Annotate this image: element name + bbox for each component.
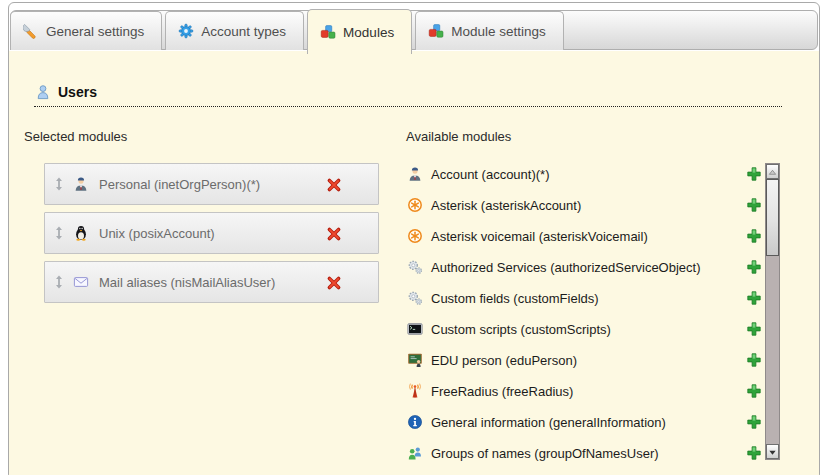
remove-module-button[interactable] bbox=[326, 275, 342, 291]
drag-handle-icon[interactable] bbox=[54, 177, 64, 191]
available-modules-heading: Available modules bbox=[406, 129, 511, 144]
available-module-row: General information (generalInformation) bbox=[407, 412, 762, 432]
available-module-row: Asterisk (asteriskAccount) bbox=[407, 195, 762, 215]
add-module-button[interactable] bbox=[746, 352, 762, 368]
available-module-label: Asterisk voicemail (asteriskVoicemail) bbox=[431, 229, 648, 244]
gear-search-icon bbox=[407, 290, 423, 306]
available-module-row: Custom fields (customFields) bbox=[407, 288, 762, 308]
add-module-button[interactable] bbox=[746, 321, 762, 337]
wrench-icon bbox=[23, 23, 39, 39]
tab-account-types[interactable]: Account types bbox=[165, 11, 304, 50]
tab-label: Modules bbox=[343, 25, 394, 40]
drag-handle-icon[interactable] bbox=[54, 226, 64, 240]
selected-module-label: Mail aliases (nisMailAliasUser) bbox=[99, 275, 275, 290]
modules-icon bbox=[428, 23, 444, 39]
antenna-icon bbox=[407, 383, 423, 399]
available-module-row: Asterisk voicemail (asteriskVoicemail) bbox=[407, 226, 762, 246]
user-icon bbox=[35, 84, 51, 100]
info-icon bbox=[407, 414, 423, 430]
available-module-label: EDU person (eduPerson) bbox=[431, 353, 577, 368]
scroll-up-button[interactable] bbox=[766, 164, 779, 179]
tab-bar: General settings Account types Modules M… bbox=[10, 10, 818, 50]
add-module-button[interactable] bbox=[746, 383, 762, 399]
person-icon bbox=[73, 176, 89, 192]
envelope-icon bbox=[73, 274, 89, 290]
available-module-label: FreeRadius (freeRadius) bbox=[431, 384, 573, 399]
asterisk-icon bbox=[407, 228, 423, 244]
tab-label: General settings bbox=[46, 24, 144, 39]
available-modules-scrollbar[interactable] bbox=[765, 163, 780, 460]
scroll-up-icon bbox=[768, 163, 777, 181]
selected-module-row[interactable]: Mail aliases (nisMailAliasUser) bbox=[44, 261, 379, 303]
available-module-label: Authorized Services (authorizedServiceOb… bbox=[431, 260, 701, 275]
selected-module-row[interactable]: Personal (inetOrgPerson)(*) bbox=[44, 163, 379, 205]
available-module-row: Authorized Services (authorizedServiceOb… bbox=[407, 257, 762, 277]
remove-module-button[interactable] bbox=[326, 177, 342, 193]
group-icon bbox=[407, 445, 423, 461]
available-modules-list: Account (account)(*) Asterisk (asteriskA… bbox=[407, 164, 762, 474]
scroll-down-icon bbox=[768, 443, 777, 461]
available-module-row: Custom scripts (customScripts) bbox=[407, 319, 762, 339]
available-module-label: Asterisk (asteriskAccount) bbox=[431, 198, 581, 213]
gear-icon bbox=[178, 23, 194, 39]
scrollbar-thumb[interactable] bbox=[766, 179, 779, 256]
available-module-row: FreeRadius (freeRadius) bbox=[407, 381, 762, 401]
remove-module-button[interactable] bbox=[326, 226, 342, 242]
selected-modules-list: Personal (inetOrgPerson)(*) Unix (posixA… bbox=[44, 163, 379, 310]
modules-icon bbox=[320, 24, 336, 40]
section-divider bbox=[34, 106, 782, 107]
available-module-label: Custom scripts (customScripts) bbox=[431, 322, 611, 337]
gear-search-icon bbox=[407, 259, 423, 275]
penguin-icon bbox=[73, 225, 89, 241]
scroll-down-button[interactable] bbox=[766, 444, 779, 459]
selected-module-row[interactable]: Unix (posixAccount) bbox=[44, 212, 379, 254]
add-module-button[interactable] bbox=[746, 228, 762, 244]
person-icon bbox=[407, 166, 423, 182]
tab-modules[interactable]: Modules bbox=[307, 9, 412, 54]
tab-label: Account types bbox=[201, 24, 286, 39]
section-title: Users bbox=[58, 84, 97, 100]
available-module-label: General information (generalInformation) bbox=[431, 415, 666, 430]
available-module-row: EDU person (eduPerson) bbox=[407, 350, 762, 370]
blackboard-icon bbox=[407, 352, 423, 368]
terminal-icon bbox=[407, 321, 423, 337]
selected-module-label: Unix (posixAccount) bbox=[99, 226, 215, 241]
add-module-button[interactable] bbox=[746, 197, 762, 213]
tab-label: Module settings bbox=[451, 24, 546, 39]
available-module-label: Custom fields (customFields) bbox=[431, 291, 599, 306]
add-module-button[interactable] bbox=[746, 445, 762, 461]
available-module-label: Groups of names (groupOfNamesUser) bbox=[431, 446, 659, 461]
tab-general-settings[interactable]: General settings bbox=[10, 11, 162, 50]
selected-module-label: Personal (inetOrgPerson)(*) bbox=[99, 177, 260, 192]
available-module-row: Groups of names (groupOfNamesUser) bbox=[407, 443, 762, 463]
settings-panel: General settings Account types Modules M… bbox=[8, 2, 820, 475]
available-module-row: Account (account)(*) bbox=[407, 164, 762, 184]
selected-modules-heading: Selected modules bbox=[24, 129, 127, 144]
add-module-button[interactable] bbox=[746, 414, 762, 430]
available-module-label: Account (account)(*) bbox=[431, 167, 550, 182]
asterisk-icon bbox=[407, 197, 423, 213]
drag-handle-icon[interactable] bbox=[54, 275, 64, 289]
add-module-button[interactable] bbox=[746, 166, 762, 182]
modules-tab-content: Users Selected modules Available modules… bbox=[9, 51, 819, 475]
tabs-row: General settings Account types Modules M… bbox=[10, 11, 564, 54]
add-module-button[interactable] bbox=[746, 290, 762, 306]
add-module-button[interactable] bbox=[746, 259, 762, 275]
section-header: Users bbox=[35, 84, 97, 100]
tab-module-settings[interactable]: Module settings bbox=[415, 11, 564, 50]
